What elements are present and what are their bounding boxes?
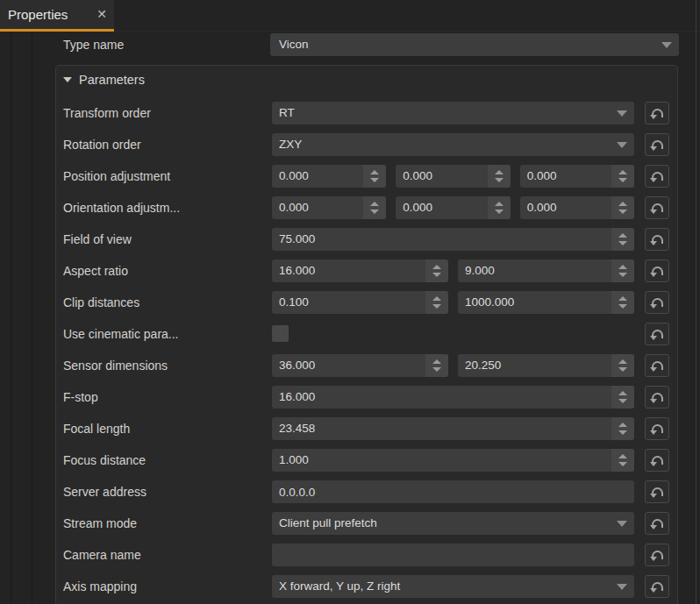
field-of-view-reset-button[interactable] — [645, 228, 669, 251]
aspect-ratio-spin-field-0[interactable]: 16.000 — [272, 259, 448, 282]
spin-up-icon[interactable] — [432, 265, 441, 269]
reset-undo-icon — [651, 581, 663, 593]
orientation-adjustment-spin-field-1[interactable]: 0.000 — [396, 196, 510, 219]
spin-down-icon[interactable] — [618, 399, 627, 403]
position-adjustment-reset-button[interactable] — [645, 165, 669, 188]
type-name-dropdown[interactable]: Vicon — [270, 33, 679, 56]
axis-mapping-dropdown[interactable]: X forward, Y up, Z right — [272, 575, 634, 598]
f-stop-reset-button[interactable] — [645, 386, 669, 409]
transform-order-dropdown[interactable]: RT — [272, 102, 634, 124]
spin-down-icon[interactable] — [495, 178, 504, 182]
spin-up-icon[interactable] — [618, 423, 627, 427]
spinner-control[interactable] — [488, 165, 511, 188]
spin-down-icon[interactable] — [618, 273, 627, 277]
spinner-control[interactable] — [611, 196, 634, 219]
f-stop-spin-field-0[interactable]: 16.000 — [272, 386, 634, 409]
field-of-view-spin-field-0[interactable]: 75.000 — [272, 228, 634, 251]
spin-down-icon[interactable] — [618, 210, 627, 214]
collapse-icon — [63, 77, 72, 82]
spinner-control[interactable] — [611, 259, 634, 282]
spin-up-icon[interactable] — [370, 202, 379, 206]
clip-distances-spin-field-0[interactable]: 0.100 — [272, 291, 448, 314]
spin-up-icon[interactable] — [495, 170, 504, 174]
spin-up-icon[interactable] — [618, 233, 627, 238]
spinner-control[interactable] — [425, 291, 448, 314]
camera-name-reset-button[interactable] — [645, 544, 669, 566]
spin-down-icon[interactable] — [432, 273, 441, 277]
focus-distance-label: Focus distance — [63, 449, 146, 472]
spin-up-icon[interactable] — [618, 265, 627, 269]
spinner-control[interactable] — [611, 449, 634, 472]
position-adjustment-spin-field-2[interactable]: 0.000 — [520, 165, 634, 188]
active-tab-underline — [0, 29, 114, 32]
axis-mapping-value: X forward, Y up, Z right — [279, 575, 400, 598]
sensor-dimensions-reset-button[interactable] — [645, 354, 669, 377]
spin-down-icon[interactable] — [495, 210, 504, 214]
parameters-section-header[interactable]: Parameters — [63, 71, 145, 89]
spin-up-icon[interactable] — [618, 202, 627, 206]
spinner-control[interactable] — [363, 165, 386, 188]
spinner-control[interactable] — [611, 165, 634, 188]
focal-length-reset-button[interactable] — [645, 417, 669, 440]
sensor-dimensions-spin-field-1[interactable]: 20.250 — [458, 354, 634, 377]
spin-up-icon[interactable] — [618, 296, 627, 301]
spinner-control[interactable] — [425, 354, 448, 377]
spin-down-icon[interactable] — [432, 304, 441, 309]
stream-mode-dropdown[interactable]: Client pull prefetch — [272, 512, 634, 535]
spin-down-icon[interactable] — [370, 210, 379, 214]
orientation-adjustment-spin-field-2[interactable]: 0.000 — [520, 196, 634, 219]
aspect-ratio-spin-field-1[interactable]: 9.000 — [458, 259, 634, 282]
property-row-field-of-view: Field of view75.000 — [0, 228, 700, 251]
use-cinematic-parameters-reset-button[interactable] — [645, 323, 669, 345]
position-adjustment-spin-field-1[interactable]: 0.000 — [396, 165, 510, 188]
spinner-control[interactable] — [611, 417, 634, 440]
stream-mode-reset-button[interactable] — [645, 512, 669, 535]
spin-up-icon[interactable] — [495, 202, 504, 206]
spinner-control[interactable] — [488, 196, 511, 219]
spin-down-icon[interactable] — [370, 178, 379, 182]
spinner-control[interactable] — [611, 386, 634, 409]
spin-down-icon[interactable] — [618, 430, 627, 435]
spin-up-icon[interactable] — [432, 296, 441, 301]
spin-down-icon[interactable] — [618, 462, 627, 466]
camera-name-input[interactable] — [272, 544, 634, 566]
spin-down-icon[interactable] — [618, 367, 627, 372]
spinner-control[interactable] — [363, 196, 386, 219]
focus-distance-spin-field-0[interactable]: 1.000 — [272, 449, 634, 472]
spinner-control[interactable] — [611, 291, 634, 314]
aspect-ratio-reset-button[interactable] — [645, 259, 669, 282]
spin-down-icon[interactable] — [432, 367, 441, 372]
orientation-adjustment-reset-button[interactable] — [645, 196, 669, 219]
focal-length-spin-field-0[interactable]: 23.458 — [272, 417, 634, 440]
spinner-control[interactable] — [611, 228, 634, 251]
clip-distances-reset-button[interactable] — [645, 291, 669, 314]
focus-distance-reset-button[interactable] — [645, 449, 669, 472]
reset-undo-icon — [651, 203, 663, 214]
server-address-input[interactable] — [272, 480, 634, 503]
sensor-dimensions-spin-field-0[interactable]: 36.000 — [272, 354, 448, 377]
spinner-control[interactable] — [425, 259, 448, 282]
rotation-order-reset-button[interactable] — [645, 133, 669, 156]
spin-down-icon[interactable] — [618, 178, 627, 182]
type-name-label: Type name — [63, 33, 124, 56]
close-icon[interactable]: ✕ — [96, 0, 107, 29]
orientation-adjustment-spin-field-0[interactable]: 0.000 — [272, 196, 386, 219]
dropdown-arrow-icon — [617, 110, 627, 117]
spin-up-icon[interactable] — [618, 170, 627, 174]
spin-up-icon[interactable] — [618, 391, 627, 395]
spin-up-icon[interactable] — [618, 454, 627, 458]
server-address-reset-button[interactable] — [645, 480, 669, 503]
spinner-control[interactable] — [611, 354, 634, 377]
use-cinematic-parameters-checkbox[interactable] — [272, 325, 289, 342]
tab-properties[interactable]: Properties ✕ — [0, 0, 114, 29]
axis-mapping-reset-button[interactable] — [645, 575, 669, 598]
clip-distances-spin-field-1[interactable]: 1000.000 — [458, 291, 634, 314]
spin-up-icon[interactable] — [432, 359, 441, 364]
spin-up-icon[interactable] — [370, 170, 379, 174]
position-adjustment-spin-field-0[interactable]: 0.000 — [272, 165, 386, 188]
transform-order-reset-button[interactable] — [645, 102, 669, 124]
spin-up-icon[interactable] — [618, 359, 627, 364]
spin-down-icon[interactable] — [618, 241, 627, 245]
rotation-order-dropdown[interactable]: ZXY — [272, 133, 634, 156]
spin-down-icon[interactable] — [618, 304, 627, 309]
